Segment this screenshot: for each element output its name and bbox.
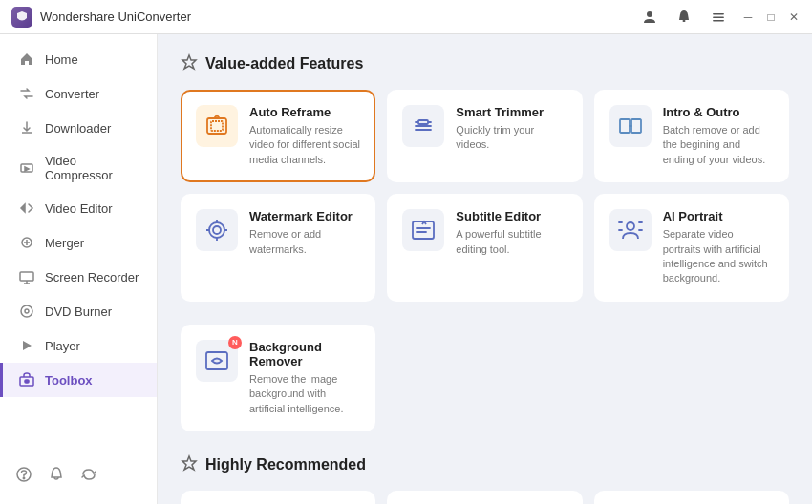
feature-subtitle-editor[interactable]: Subtitle Editor A powerful subtitle edit… (387, 194, 582, 302)
auto-reframe-desc: Automatically resize video for different… (249, 123, 360, 167)
svg-point-8 (21, 305, 32, 317)
app-logo (11, 7, 32, 28)
sidebar-item-dvd-burner[interactable]: DVD Burner (0, 294, 157, 328)
ai-portrait-title: AI Portrait (663, 209, 774, 223)
feature-intro-outro[interactable]: Intro & Outro Batch remove or add the be… (594, 90, 789, 182)
sidebar-label-video-editor: Video Editor (45, 201, 113, 216)
close-button[interactable]: ✕ (787, 10, 801, 24)
subtitle-text: Subtitle Editor A powerful subtitle edit… (456, 209, 566, 257)
recommended-grid: Image Converter Convert images to other … (181, 491, 789, 504)
ai-portrait-desc: Separate video portraits with artificial… (663, 227, 774, 286)
auto-reframe-title: Auto Reframe (249, 105, 360, 119)
svg-point-9 (25, 309, 29, 313)
downloader-icon (18, 119, 35, 136)
feature-ai-portrait[interactable]: AI Portrait Separate video portraits wit… (594, 194, 789, 302)
svg-rect-2 (713, 13, 724, 15)
sidebar-item-toolbox[interactable]: Toolbox (0, 363, 157, 397)
svg-rect-4 (713, 20, 724, 22)
sidebar-label-toolbox: Toolbox (45, 373, 93, 388)
main-layout: Home Converter Downloader (0, 34, 812, 504)
smart-trimmer-desc: Quickly trim your videos. (456, 123, 566, 153)
feature-fix-media-metadata[interactable]: Fix Media Metadata Auto-fix and edit met… (594, 491, 789, 504)
svg-rect-1 (683, 20, 686, 22)
sidebar-label-player: Player (45, 339, 80, 353)
svg-point-20 (209, 222, 224, 238)
svg-point-21 (213, 226, 221, 234)
svg-rect-11 (25, 380, 29, 383)
sidebar-label-downloader: Downloader (45, 121, 111, 136)
sidebar: Home Converter Downloader (0, 34, 158, 504)
menu-button[interactable] (705, 4, 732, 31)
sidebar-label-converter: Converter (45, 87, 99, 101)
help-button[interactable] (15, 466, 32, 487)
svg-marker-14 (182, 55, 196, 69)
user-account-button[interactable] (636, 4, 663, 31)
smart-trimmer-icon (402, 105, 444, 147)
value-added-section-header: Value-added Features (181, 53, 789, 74)
subtitle-desc: A powerful subtitle editing tool. (456, 227, 566, 257)
titlebar: Wondershare UniConverter ─ □ ✕ (0, 0, 812, 34)
video-editor-icon (18, 200, 35, 217)
feature-image-converter[interactable]: Image Converter Convert images to other … (181, 491, 375, 504)
sidebar-label-video-compressor: Video Compressor (45, 154, 141, 182)
recommended-section-title: Highly Recommended (205, 456, 366, 473)
sidebar-item-converter[interactable]: Converter (0, 76, 157, 111)
smart-trimmer-title: Smart Trimmer (456, 105, 566, 119)
feature-watermark-editor[interactable]: Watermark Editor Remove or add watermark… (181, 194, 375, 302)
converter-icon (18, 85, 35, 102)
feature-auto-reframe[interactable]: Auto Reframe Automatically resize video … (181, 90, 375, 182)
intro-outro-text: Intro & Outro Batch remove or add the be… (663, 105, 774, 167)
feature-bg-remover[interactable]: N Background Remover Remove the image ba… (181, 325, 375, 431)
sidebar-item-video-editor[interactable]: Video Editor (0, 191, 157, 225)
notifications-button[interactable] (671, 4, 697, 31)
feature-gif-maker[interactable]: GIF GIF Maker Make GIF from videos or pi… (387, 491, 582, 504)
bg-remover-icon-wrapper: N (196, 340, 238, 382)
sidebar-item-player[interactable]: Player (0, 328, 157, 363)
smart-trimmer-text: Smart Trimmer Quickly trim your videos. (456, 105, 566, 153)
highly-recommended-section-header: Highly Recommended (181, 454, 789, 475)
sidebar-item-screen-recorder[interactable]: Screen Recorder (0, 260, 157, 294)
svg-marker-25 (182, 456, 196, 470)
auto-reframe-text: Auto Reframe Automatically resize video … (249, 105, 360, 167)
ai-portrait-text: AI Portrait Separate video portraits wit… (663, 209, 774, 286)
refresh-button[interactable] (80, 466, 97, 487)
notifications-footer-button[interactable] (48, 466, 65, 487)
sidebar-label-merger: Merger (45, 236, 84, 250)
watermark-desc: Remove or add watermarks. (249, 227, 360, 257)
player-icon (18, 337, 35, 354)
svg-rect-16 (211, 121, 223, 131)
intro-outro-desc: Batch remove or add the begining and end… (663, 123, 774, 167)
screen-recorder-icon (18, 268, 35, 285)
value-added-grid: Auto Reframe Automatically resize video … (181, 90, 789, 302)
bg-remover-text: Background Remover Remove the image back… (249, 340, 360, 416)
svg-rect-19 (631, 119, 641, 133)
intro-outro-title: Intro & Outro (663, 105, 774, 119)
watermark-title: Watermark Editor (249, 209, 360, 223)
bg-remover-desc: Remove the image background with artific… (249, 372, 360, 416)
content-area: Value-added Features Auto Reframe Automa… (158, 34, 812, 504)
window-controls: ─ □ ✕ (636, 4, 801, 31)
sidebar-item-home[interactable]: Home (0, 42, 157, 76)
bg-remover-title: Background Remover (249, 340, 360, 368)
subtitle-editor-icon (402, 209, 444, 251)
video-compressor-icon (18, 159, 35, 177)
sidebar-item-merger[interactable]: Merger (0, 225, 157, 260)
auto-reframe-icon (196, 105, 238, 147)
maximize-button[interactable]: □ (764, 10, 778, 24)
minimize-button[interactable]: ─ (741, 10, 755, 24)
sidebar-item-downloader[interactable]: Downloader (0, 111, 157, 145)
watermark-text: Watermark Editor Remove or add watermark… (249, 209, 360, 257)
sidebar-item-video-compressor[interactable]: Video Compressor (0, 145, 157, 191)
feature-smart-trimmer[interactable]: Smart Trimmer Quickly trim your videos. (387, 90, 582, 182)
svg-rect-17 (418, 120, 428, 124)
watermark-editor-icon (196, 209, 238, 251)
svg-point-0 (647, 11, 652, 17)
intro-outro-icon (609, 105, 652, 147)
toolbox-icon (18, 371, 35, 388)
dvd-burner-icon (18, 303, 35, 320)
svg-rect-18 (620, 119, 630, 133)
svg-rect-3 (713, 16, 724, 18)
merger-icon (18, 234, 35, 251)
home-icon (18, 51, 35, 68)
subtitle-title: Subtitle Editor (456, 209, 566, 223)
